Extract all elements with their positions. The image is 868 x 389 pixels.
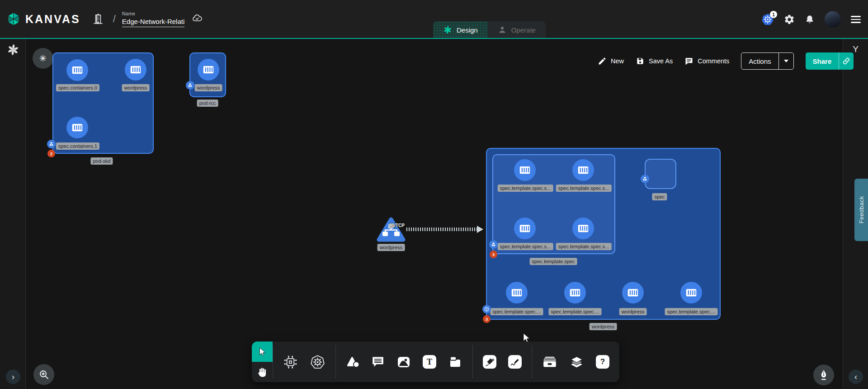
node-label: spec.template.spec.s... [556, 185, 612, 192]
feedback-tab[interactable]: Feedback [854, 179, 868, 241]
note-tool-button[interactable] [448, 355, 462, 369]
cloud-saved-icon [192, 13, 203, 25]
user-avatar[interactable] [825, 11, 841, 28]
settings-gear-icon[interactable] [784, 14, 795, 25]
node-label: spec.containers.0 [56, 84, 99, 91]
hamburger-menu-icon[interactable] [851, 16, 861, 23]
container-node[interactable] [66, 117, 88, 138]
layers-tool-button[interactable] [569, 355, 584, 369]
drawing-mode-button[interactable] [813, 365, 834, 385]
design-name-input[interactable] [122, 17, 184, 27]
tab-operate[interactable]: Operate [488, 21, 546, 38]
node-label: spec.template.spec.s... [498, 185, 553, 192]
canvas-workspace[interactable]: › Y ‹ New Save As Comments Actions Share [0, 39, 868, 389]
container-node[interactable] [564, 282, 586, 304]
pod-kind-icon [641, 175, 649, 183]
container-icon [626, 286, 640, 299]
breadcrumb-separator: / [113, 13, 116, 25]
freehand-draw-tool-button[interactable] [508, 355, 522, 369]
pen-nib-icon [819, 369, 829, 381]
shapes-tool-button[interactable] [346, 356, 359, 368]
zoom-in-icon [38, 369, 49, 380]
kubernetes-tool-button[interactable] [310, 354, 326, 370]
container-node[interactable] [198, 59, 219, 81]
edge-port-label: 80/TCP [389, 223, 405, 228]
cursor-arrow-icon [257, 347, 267, 357]
design-name-block: Name [122, 11, 184, 27]
container-node[interactable] [572, 159, 594, 181]
spec-node[interactable] [645, 159, 676, 189]
container-node[interactable] [506, 282, 528, 304]
mode-tabs: Design Operate [433, 21, 546, 38]
pod-kind-icon [47, 140, 56, 148]
service-node[interactable] [377, 216, 406, 242]
organization-icon[interactable] [92, 13, 104, 25]
image-tool-button[interactable] [396, 355, 411, 369]
name-label: Name [122, 11, 184, 16]
comment-tool-button[interactable] [371, 356, 385, 368]
text-tool-icon: T [423, 355, 436, 369]
node-label: spec.containers.1 [56, 142, 99, 150]
container-icon [576, 163, 590, 177]
actions-split-button: Actions [741, 52, 793, 70]
comment-icon [684, 57, 693, 66]
design-spiral-icon [443, 25, 452, 34]
speech-bubble-icon [371, 356, 385, 368]
actions-dropdown-button[interactable] [779, 53, 793, 69]
dock-spiral-icon [7, 43, 19, 56]
kubernetes-context-icon[interactable]: 1 [761, 13, 774, 26]
container-node[interactable] [66, 59, 88, 81]
pan-tool-button[interactable] [252, 362, 273, 382]
container-icon [129, 63, 142, 76]
pencil-scribble-icon [508, 355, 522, 369]
node-label: wordpress [122, 84, 150, 91]
notifications-bell-icon[interactable] [805, 14, 815, 24]
node-label: spec.template.spec.s... [556, 243, 612, 250]
pod-kind-icon [186, 81, 194, 90]
container-node[interactable] [125, 59, 146, 81]
design-toolbar: T [252, 342, 619, 382]
new-design-button[interactable]: New [598, 57, 624, 66]
image-icon [396, 355, 411, 369]
components-tool-button[interactable] [283, 355, 298, 370]
actions-button[interactable]: Actions [741, 53, 778, 69]
zoom-button[interactable] [33, 364, 54, 385]
network-edge[interactable] [406, 228, 477, 231]
help-tool-button[interactable]: ? [596, 355, 609, 369]
gear-flower-icon: ✳ [39, 53, 47, 64]
container-node[interactable] [680, 282, 702, 304]
archive-tool-button[interactable] [542, 355, 557, 369]
container-icon [568, 286, 582, 299]
container-node[interactable] [622, 282, 644, 304]
comments-button[interactable]: Comments [684, 57, 729, 66]
link-icon [842, 57, 851, 66]
container-node[interactable] [514, 159, 536, 181]
copy-link-button[interactable] [839, 52, 854, 70]
expand-left-panel-button[interactable]: › [6, 370, 20, 384]
node-label: spec.template.spec.... [491, 308, 543, 315]
group-pod-rcc[interactable]: wordpress [189, 52, 226, 97]
node-label: spec.template.spec.s... [498, 243, 553, 250]
canvas-action-bar: New Save As Comments Actions Share [598, 52, 854, 70]
select-tool-button[interactable] [252, 342, 273, 362]
group-wordpress-deployment[interactable]: spec.template.spec.s... spec.template.sp… [486, 148, 721, 320]
group-label: pod-rcc [197, 100, 218, 107]
help-icon: ? [596, 355, 609, 369]
container-node[interactable] [514, 218, 536, 239]
cluster-node[interactable]: ✳ [33, 48, 53, 69]
container-icon [510, 286, 524, 299]
save-as-button[interactable]: Save As [636, 57, 673, 66]
group-label: wordpress [590, 323, 617, 330]
context-count-badge: 1 [770, 11, 777, 18]
share-button[interactable]: Share [806, 52, 839, 70]
shapes-icon [346, 356, 359, 368]
tab-design[interactable]: Design [433, 21, 488, 38]
container-icon [576, 222, 590, 235]
group-spec-template-spec[interactable]: spec.template.spec.s... spec.template.sp… [492, 154, 615, 254]
drawer-icon [542, 355, 557, 369]
container-node[interactable] [572, 218, 594, 239]
edge-draw-tool-button[interactable] [483, 355, 496, 369]
group-pod-skd[interactable]: spec.containers.0 wordpress spec.contain… [52, 52, 154, 154]
expand-right-panel-button[interactable]: ‹ [849, 370, 863, 384]
text-tool-button[interactable]: T [423, 355, 436, 369]
